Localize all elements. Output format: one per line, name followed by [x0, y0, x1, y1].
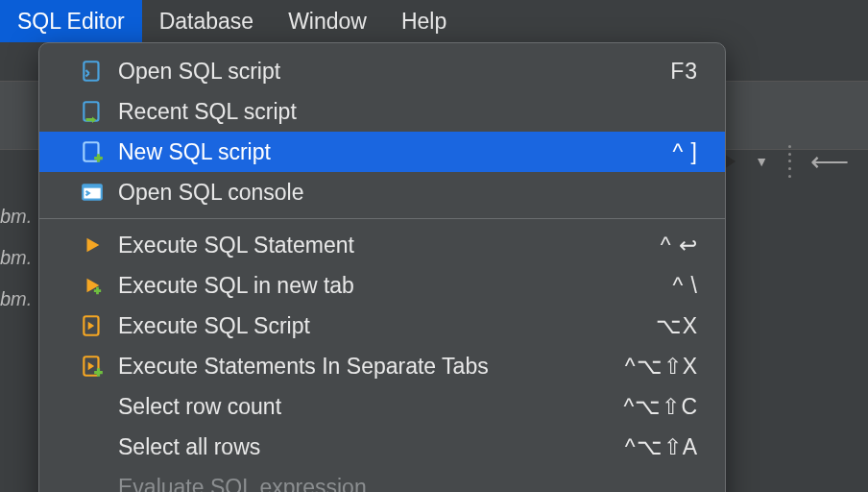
menubar-item-database[interactable]: Database [142, 0, 271, 42]
menu-item-shortcut: ^⌥⇧C [624, 394, 698, 420]
menu-item-label: Open SQL script [118, 59, 670, 85]
menubar-item-window[interactable]: Window [271, 0, 384, 42]
execute-newtab-icon [78, 271, 107, 300]
menu-item-shortcut: ^ \ [672, 273, 698, 299]
sql-editor-menu: Open SQL script F3 Recent SQL script New… [38, 42, 726, 492]
sql-new-icon [78, 137, 107, 166]
menu-item-label: Select row count [118, 394, 624, 420]
bg-left-panel: bm. bm. bm. [0, 196, 42, 492]
menu-item-shortcut: ^ ↩ [661, 233, 698, 258]
menu-item-execute-separate-tabs[interactable]: Execute Statements In Separate Tabs ^⌥⇧X [39, 346, 725, 386]
menu-item-open-sql-console[interactable]: Open SQL console [39, 172, 725, 212]
sql-open-icon [78, 57, 107, 86]
menu-item-execute-new-tab[interactable]: Execute SQL in new tab ^ \ [39, 265, 725, 306]
menubar-item-sql-editor[interactable]: SQL Editor [0, 0, 142, 42]
bg-left-item: bm. [0, 196, 42, 237]
svg-rect-4 [84, 188, 100, 199]
dropdown-arrow-icon[interactable]: ▼ [755, 154, 768, 169]
menu-item-shortcut: ^⌥⇧X [625, 354, 698, 380]
menu-item-recent-sql-script[interactable]: Recent SQL script [39, 91, 725, 132]
menu-item-label: Execute SQL in new tab [118, 273, 672, 299]
menu-item-new-sql-script[interactable]: New SQL script ^ ] [39, 132, 725, 172]
menu-item-select-all-rows[interactable]: Select all rows ^⌥⇧A [39, 427, 725, 467]
menu-item-shortcut: F3 [670, 59, 698, 85]
menu-item-label: Open SQL console [118, 180, 698, 206]
menu-item-label: Evaluate SQL expression [118, 475, 698, 493]
menubar-label: Database [159, 9, 253, 35]
menu-item-evaluate-expression[interactable]: Evaluate SQL expression [39, 467, 725, 492]
toolbar-separator-icon [785, 143, 793, 180]
menu-item-label: New SQL script [118, 139, 672, 165]
execute-tabs-icon [78, 352, 107, 381]
menubar-item-help[interactable]: Help [384, 0, 464, 42]
menu-item-shortcut: ^⌥⇧A [625, 434, 698, 460]
menu-item-execute-statement[interactable]: Execute SQL Statement ^ ↩ [39, 225, 725, 265]
menu-item-execute-script[interactable]: Execute SQL Script ⌥X [39, 306, 725, 346]
menu-item-shortcut: ⌥X [656, 313, 698, 339]
menu-item-select-row-count[interactable]: Select row count ^⌥⇧C [39, 386, 725, 427]
menu-item-label: Execute Statements In Separate Tabs [118, 354, 625, 380]
menu-item-label: Recent SQL script [118, 99, 698, 125]
execute-icon [78, 231, 107, 259]
sql-recent-icon [78, 97, 107, 126]
svg-rect-1 [84, 102, 98, 121]
sql-console-icon [78, 178, 107, 207]
menubar-label: Help [401, 9, 446, 35]
menubar: SQL Editor Database Window Help [0, 0, 868, 42]
menu-item-open-sql-script[interactable]: Open SQL script F3 [39, 51, 725, 91]
bg-left-item: bm. [0, 237, 42, 279]
bg-left-item: bm. [0, 279, 42, 320]
menu-item-label: Execute SQL Statement [118, 233, 661, 258]
menu-item-label: Select all rows [118, 434, 625, 460]
menu-item-shortcut: ^ ] [672, 139, 698, 165]
menu-separator [39, 218, 725, 219]
menubar-label: SQL Editor [17, 9, 125, 35]
execute-script-icon [78, 311, 107, 340]
menu-item-label: Execute SQL Script [118, 313, 656, 339]
menubar-label: Window [288, 9, 367, 35]
back-arrow-icon[interactable]: ⟵ [810, 146, 849, 178]
